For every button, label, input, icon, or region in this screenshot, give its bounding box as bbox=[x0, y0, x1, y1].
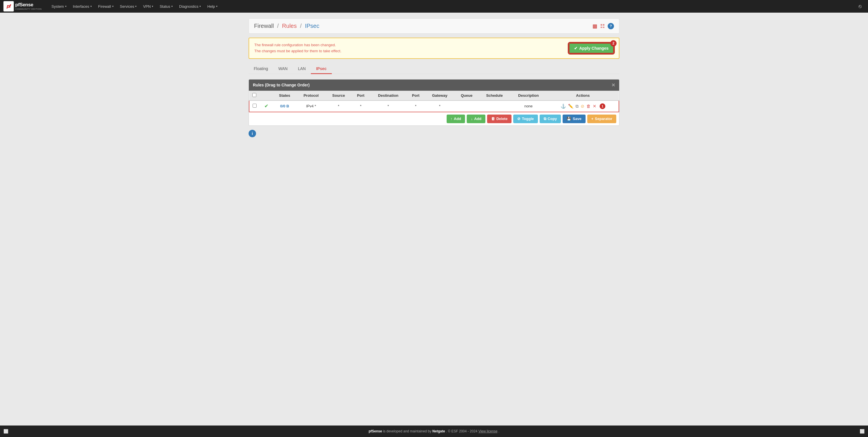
checkmark-icon: ✔ bbox=[574, 46, 578, 51]
footer-icon-left[interactable]: ⬜ bbox=[3, 429, 8, 434]
nav-interfaces[interactable]: Interfaces▾ bbox=[70, 3, 95, 10]
delete-icon[interactable]: 🗑 bbox=[586, 103, 591, 109]
top-navbar: pf pfSense COMMUNITY EDITION System▾ Int… bbox=[0, 0, 868, 12]
row-checkbox[interactable] bbox=[253, 104, 257, 108]
caret-icon: ▾ bbox=[199, 5, 201, 8]
alert-banner: The firewall rule configuration has been… bbox=[249, 38, 619, 59]
tab-floating[interactable]: Floating bbox=[249, 64, 273, 74]
nav-vpn[interactable]: VPN▾ bbox=[140, 3, 156, 10]
col-source: Source bbox=[326, 91, 352, 100]
caret-icon: ▾ bbox=[112, 5, 114, 8]
footer-suffix: . bbox=[498, 429, 499, 433]
header-icons: ▩ ☷ ? bbox=[592, 23, 614, 29]
footer-middle-text: is developed and maintained by bbox=[383, 429, 432, 433]
col-checkbox bbox=[249, 91, 259, 100]
arrow-down-icon: ↓ bbox=[471, 117, 473, 121]
pfsense-logo: pf bbox=[3, 1, 14, 11]
col-queue: Queue bbox=[454, 91, 479, 100]
apply-changes-wrapper: ✔ Apply Changes 2 bbox=[569, 43, 614, 54]
plus-icon: + bbox=[591, 117, 594, 121]
row-schedule-cell bbox=[479, 100, 510, 112]
row-destination-cell: * bbox=[370, 100, 406, 112]
caret-icon: ▾ bbox=[216, 5, 218, 8]
table-row: ✔ 0/0 B IPv4 * * * * * * none ⚓ ✏️ bbox=[249, 100, 619, 112]
delete-btn-icon: 🗑 bbox=[491, 117, 495, 121]
col-states: States bbox=[273, 91, 297, 100]
footer-netgate: Netgate bbox=[432, 429, 445, 433]
interface-tabs: Floating WAN LAN IPsec bbox=[249, 64, 619, 74]
row-checkbox-cell bbox=[249, 100, 259, 112]
nav-logout[interactable]: ⎋ bbox=[856, 2, 865, 11]
apply-changes-button[interactable]: ✔ Apply Changes bbox=[569, 43, 614, 54]
select-all-checkbox[interactable] bbox=[252, 93, 256, 97]
nav-diagnostics[interactable]: Diagnostics▾ bbox=[176, 3, 204, 10]
row-states-cell: 0/0 B bbox=[273, 100, 297, 112]
rules-table-section: Rules (Drag to Change Order) ✕ States Pr… bbox=[249, 79, 619, 126]
row-gateway-cell: * bbox=[425, 100, 454, 112]
info-button[interactable]: i bbox=[249, 130, 256, 137]
tab-ipsec[interactable]: IPsec bbox=[311, 64, 332, 74]
help-icon[interactable]: ? bbox=[608, 23, 614, 29]
row-actions-cell: ⚓ ✏️ ⧉ ⊘ 🗑 ✕ 1 bbox=[547, 100, 619, 112]
col-dst-port: Port bbox=[406, 91, 425, 100]
nav-help[interactable]: Help▾ bbox=[205, 3, 220, 10]
row-description-cell: none bbox=[510, 100, 547, 112]
brand-logo-area[interactable]: pf pfSense COMMUNITY EDITION bbox=[3, 1, 42, 11]
row-dstport-cell: * bbox=[406, 100, 425, 112]
add-above-button[interactable]: ↑ Add bbox=[446, 115, 465, 123]
table-header: Rules (Drag to Change Order) ✕ bbox=[249, 80, 619, 91]
nav-services[interactable]: Services▾ bbox=[117, 3, 140, 10]
main-content: Firewall / Rules / IPsec ▩ ☷ ? The firew… bbox=[242, 12, 626, 426]
separator-button[interactable]: + Separator bbox=[587, 115, 616, 123]
row-srcport-cell: * bbox=[351, 100, 370, 112]
rules-table: States Protocol Source Port Destination … bbox=[249, 91, 619, 112]
footer-license-link[interactable]: View license bbox=[478, 429, 497, 433]
nav-status[interactable]: Status▾ bbox=[157, 3, 176, 10]
col-destination: Destination bbox=[370, 91, 406, 100]
edit-icon[interactable]: ✏️ bbox=[567, 103, 574, 110]
footer-icon-right[interactable]: ⬜ bbox=[860, 429, 865, 434]
table-header-row: States Protocol Source Port Destination … bbox=[249, 91, 619, 100]
tab-lan[interactable]: LAN bbox=[293, 64, 311, 74]
row-enabled-cell: ✔ bbox=[259, 100, 273, 112]
col-gateway: Gateway bbox=[425, 91, 454, 100]
row-queue-cell bbox=[454, 100, 479, 112]
copy-button[interactable]: ⧉ Copy bbox=[539, 115, 561, 123]
save-button[interactable]: 💾 Save bbox=[563, 115, 585, 123]
col-schedule: Schedule bbox=[479, 91, 510, 100]
arrow-up-icon: ↑ bbox=[451, 117, 453, 121]
list-icon[interactable]: ☷ bbox=[600, 23, 605, 29]
alert-text: The firewall rule configuration has been… bbox=[254, 42, 341, 54]
copy-icon[interactable]: ⧉ bbox=[575, 103, 579, 110]
reject-icon[interactable]: ✕ bbox=[592, 103, 597, 110]
chart-icon[interactable]: ▩ bbox=[592, 23, 597, 29]
nav-system[interactable]: System▾ bbox=[49, 3, 69, 10]
disable-icon[interactable]: ⊘ bbox=[580, 103, 585, 110]
rule-enabled-icon: ✔ bbox=[265, 104, 268, 108]
caret-icon: ▾ bbox=[172, 5, 173, 8]
copy-btn-icon: ⧉ bbox=[544, 117, 546, 121]
bottom-action-bar: ↑ Add ↓ Add 🗑 Delete ⊘ Toggle ⧉ Copy 💾 S bbox=[249, 112, 619, 125]
toggle-icon: ⊘ bbox=[517, 117, 520, 121]
brand-name: pfSense bbox=[15, 2, 42, 8]
breadcrumb: Firewall / Rules / IPsec bbox=[254, 23, 319, 29]
nav-firewall[interactable]: Firewall▾ bbox=[95, 3, 117, 10]
col-actions: Actions bbox=[547, 91, 619, 100]
footer-copyright: . © ESF 2004 - 2024 bbox=[446, 429, 478, 433]
caret-icon: ▾ bbox=[90, 5, 92, 8]
table-header-close-icon[interactable]: ✕ bbox=[611, 83, 615, 88]
col-status bbox=[259, 91, 273, 100]
footer-brand: pfSense bbox=[369, 429, 382, 433]
add-below-button[interactable]: ↓ Add bbox=[467, 115, 485, 123]
delete-button[interactable]: 🗑 Delete bbox=[487, 115, 512, 123]
page-header: Firewall / Rules / IPsec ▩ ☷ ? bbox=[249, 19, 619, 34]
col-src-port: Port bbox=[351, 91, 370, 100]
nav-menu: System▾ Interfaces▾ Firewall▾ Services▾ … bbox=[49, 3, 856, 10]
brand-edition: COMMUNITY EDITION bbox=[15, 8, 42, 11]
tab-wan[interactable]: WAN bbox=[273, 64, 293, 74]
caret-icon: ▾ bbox=[135, 5, 136, 8]
anchor-icon[interactable]: ⚓ bbox=[560, 103, 567, 110]
col-description: Description bbox=[510, 91, 547, 100]
caret-icon: ▾ bbox=[152, 5, 153, 8]
toggle-button[interactable]: ⊘ Toggle bbox=[513, 115, 538, 123]
